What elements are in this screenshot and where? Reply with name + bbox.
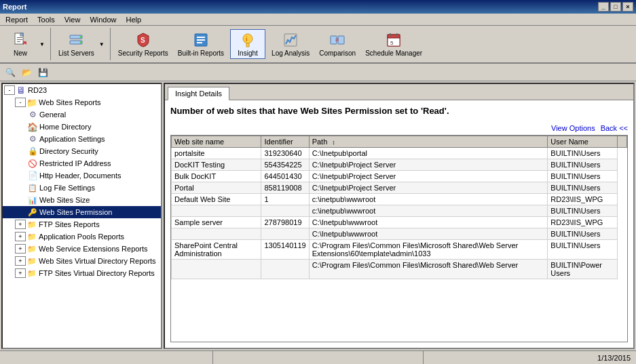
web-ext-expand[interactable]: + [15, 244, 26, 254]
ftp-vdir-label: FTP Sites Virtual Directory Reports [39, 269, 155, 277]
table-cell: BUILTIN\Users [548, 205, 618, 217]
svg-rect-14 [197, 37, 205, 38]
security-reports-button[interactable]: S Security Reports [115, 29, 172, 59]
toolbar2-btn-1[interactable]: 📂 [19, 65, 34, 80]
home-directory-label: Home Directory [39, 123, 91, 131]
table-row[interactable]: C:\Program Files\Common Files\Microsoft … [172, 260, 627, 279]
web-vdir-expand[interactable]: + [15, 256, 26, 266]
right-panel: Insight Details Number of web sites that… [164, 83, 635, 349]
security-reports-icon: S [135, 32, 151, 48]
table-cell: c:\inetpub\wwwroot [309, 194, 548, 205]
close-button[interactable]: × [622, 2, 633, 12]
table-row[interactable]: Portal858119008C:\Inetpub\Project Server… [172, 182, 627, 194]
col-path[interactable]: Path ↕ [309, 136, 548, 148]
tree-ftp-sites[interactable]: + 📁 FTP Sites Reports [3, 218, 161, 230]
content-panel: Number of web sites that have Web Sites … [165, 100, 633, 348]
table-cell: C:\Inetpub\Project Server [309, 171, 548, 182]
tree-http-header[interactable]: 📄 Http Header, Documents [3, 169, 161, 182]
web-sites-perm-icon: 🔑 [27, 207, 38, 218]
menu-tools[interactable]: Tools [33, 15, 59, 24]
tree-root[interactable]: - 🖥 RD23 [3, 84, 161, 96]
list-servers-button[interactable]: List Servers [55, 29, 98, 59]
root-expand[interactable]: - [4, 85, 15, 95]
toolbar2-btn-2[interactable]: 💾 [35, 65, 50, 80]
table-cell: BUILTIN\Power Users [548, 260, 618, 279]
app-settings-icon: ⚙ [27, 134, 38, 144]
view-options-link[interactable]: View Options [551, 124, 595, 132]
table-row[interactable]: c:\inetpub\wwwrootBUILTIN\Users [172, 205, 627, 217]
col-identifier[interactable]: Identifier [261, 136, 309, 148]
list-servers-dropdown[interactable]: ▼ [98, 29, 106, 59]
menu-help[interactable]: Help [122, 15, 146, 24]
table-row[interactable]: Bulk DocKIT644501430C:\Inetpub\Project S… [172, 171, 627, 182]
app-pools-expand[interactable]: + [15, 232, 26, 241]
svg-point-17 [243, 34, 252, 43]
minimize-button[interactable]: _ [598, 2, 609, 12]
content-title: Number of web sites that have Web Sites … [170, 106, 628, 119]
schedule-manager-button[interactable]: 5 Schedule Manager [362, 29, 426, 59]
col-username[interactable]: User Name [548, 136, 618, 148]
toolbar2-btn-0[interactable]: 🔍 [3, 65, 18, 80]
menu-report[interactable]: Report [1, 15, 32, 24]
table-row[interactable]: SharePoint Central Administration1305140… [172, 240, 627, 260]
tree-general[interactable]: ⚙ General [3, 108, 161, 121]
tree-web-sites-permission[interactable]: 🔑 Web Sites Permission [3, 206, 161, 218]
ftp-expand[interactable]: + [15, 220, 26, 229]
comparison-button[interactable]: ≠ Comparison [316, 29, 359, 59]
table-cell: C:\Program Files\Common Files\Microsoft … [309, 240, 548, 260]
tree-web-vdir[interactable]: + 📁 Web Sites Virtual Directory Reports [3, 255, 161, 267]
ftp-vdir-icon: 📁 [26, 268, 37, 279]
table-cell: C:\Program Files\Common Files\Microsoft … [309, 260, 548, 279]
tree-log-file[interactable]: 📋 Log File Settings [3, 182, 161, 194]
log-analysis-button[interactable]: Log Analysis [268, 29, 313, 59]
table-row[interactable]: DocKIT Testing554354225C:\Inetpub\Projec… [172, 159, 627, 171]
new-dropdown-arrow[interactable]: ▼ [38, 29, 46, 59]
secondary-toolbar: 🔍 📂 💾 [0, 64, 636, 81]
tree-directory-security[interactable]: 🔒 Directory Security [3, 145, 161, 157]
comparison-icon: ≠ [329, 32, 345, 48]
tree-restricted-ip[interactable]: 🚫 Restricted IP Address [3, 157, 161, 169]
web-sites-expand[interactable]: - [15, 98, 26, 107]
web-sites-reports-label: Web Sites Reports [39, 98, 101, 106]
tree-web-sites-reports[interactable]: - 📁 Web Sites Reports [3, 96, 161, 108]
tree-home-directory[interactable]: 🏠 Home Directory [3, 121, 161, 133]
tree-web-service-ext[interactable]: + 📁 Web Service Extensions Reports [3, 243, 161, 255]
table-cell: 858119008 [261, 182, 309, 194]
tree-app-pools[interactable]: + 📁 Application Pools Reports [3, 230, 161, 243]
insight-button[interactable]: i Insight [230, 29, 265, 59]
web-sites-perm-label: Web Sites Permission [39, 208, 112, 216]
table-cell: BUILTIN\Users [548, 159, 618, 171]
new-button[interactable]: + New [3, 29, 38, 59]
table-row[interactable]: Default Web Site1c:\inetpub\wwwrootRD23\… [172, 194, 627, 205]
menu-window[interactable]: Window [86, 15, 120, 24]
app-pools-label: Application Pools Reports [39, 232, 124, 241]
ftp-vdir-expand[interactable]: + [15, 268, 26, 278]
directory-security-label: Directory Security [39, 147, 98, 155]
table-cell: Portal [172, 182, 261, 194]
log-file-icon: 📋 [27, 182, 38, 193]
options-bar: View Options Back << [170, 124, 628, 132]
tree-app-settings[interactable]: ⚙ Application Settings [3, 133, 161, 145]
data-table-wrapper[interactable]: Web site name Identifier Path ↕ User Nam… [170, 135, 628, 342]
col-web-site-name[interactable]: Web site name [172, 136, 261, 148]
web-sites-size-label: Web Sites Size [39, 196, 90, 204]
table-row[interactable]: C:\Inetpub\wwwrootBUILTIN\Users [172, 228, 627, 240]
table-cell: Default Web Site [172, 194, 261, 205]
table-cell [172, 228, 261, 240]
toolbar: + New ▼ List Servers ▼ [0, 26, 636, 64]
tree-web-sites-size[interactable]: 📊 Web Sites Size [3, 194, 161, 206]
table-row[interactable]: portalsite319230640C:\Inetpub\portalBUIL… [172, 148, 627, 159]
web-service-ext-icon: 📁 [26, 243, 37, 254]
tree-ftp-vdir[interactable]: + 📁 FTP Sites Virtual Directory Reports [3, 267, 161, 279]
back-link[interactable]: Back << [601, 124, 628, 132]
tab-insight-details[interactable]: Insight Details [168, 87, 229, 100]
menu-view[interactable]: View [60, 15, 85, 24]
svg-point-11 [80, 41, 82, 43]
table-row[interactable]: Sample server278798019C:\Inetpub\wwwroot… [172, 217, 627, 228]
table-cell: 644501430 [261, 171, 309, 182]
built-in-reports-button[interactable]: Built-in Reports [174, 29, 227, 59]
maximize-button[interactable]: □ [610, 2, 621, 12]
table-cell: DocKIT Testing [172, 159, 261, 171]
title-bar-title: Report [3, 3, 26, 11]
insight-icon: i [240, 32, 256, 48]
